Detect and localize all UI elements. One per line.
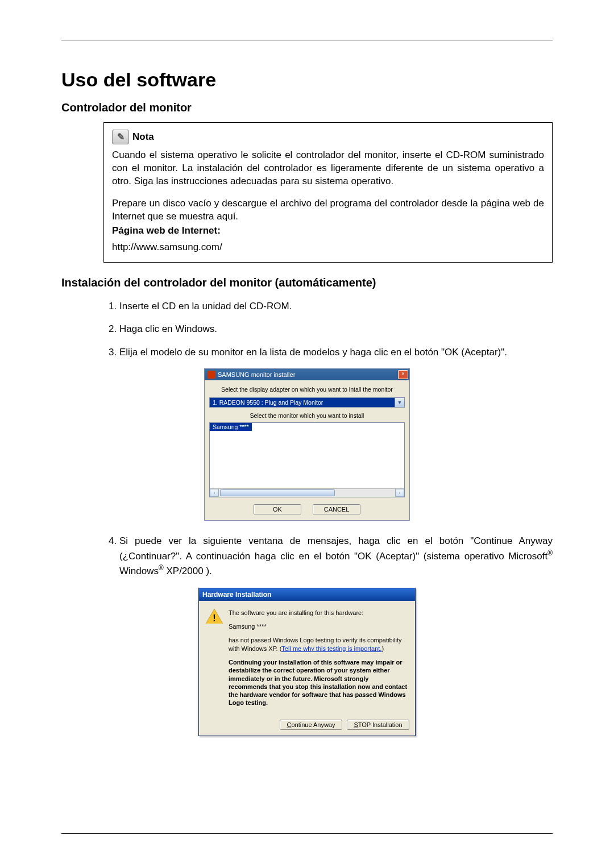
step-4: Si puede ver la siguiente ventana de men… <box>119 534 553 578</box>
app-icon <box>208 371 215 379</box>
note-website-label: Página web de Internet: <box>112 225 544 238</box>
ok-button[interactable]: OK <box>254 504 301 514</box>
page-title: Uso del software <box>61 69 553 91</box>
continue-anyway-button[interactable]: Continue Anyway <box>280 720 342 730</box>
close-button[interactable]: × <box>398 370 408 379</box>
dialog-titlebar: Hardware Installation <box>199 588 415 601</box>
adapter-label: Select the display adapter on which you … <box>209 386 405 393</box>
step-1: Inserte el CD en la unidad del CD-ROM. <box>119 300 553 314</box>
monitor-listbox[interactable]: Samsung **** ‹ › <box>209 422 405 497</box>
scroll-thumb[interactable] <box>220 489 335 496</box>
step-2: Haga clic en Windows. <box>119 322 553 337</box>
stop-installation-button[interactable]: STOP Installation <box>347 720 409 730</box>
note-label: Nota <box>132 131 154 144</box>
hardware-installation-dialog: Hardware Installation ! The software you… <box>198 588 416 736</box>
samsung-installer-dialog: SAMSUNG monitor installer × Select the d… <box>204 368 410 521</box>
note-url: http://www.samsung.com/ <box>112 241 544 254</box>
message-warning-block: Continuing your installation of this sof… <box>229 658 408 707</box>
step-3: Elija el modelo de su monitor en la list… <box>119 346 553 360</box>
dialog-title-text: SAMSUNG monitor installer <box>218 371 295 378</box>
message-line-1: The software you are installing for this… <box>229 609 408 617</box>
chevron-down-icon[interactable]: ▼ <box>395 397 405 408</box>
install-steps-cont: Si puede ver la siguiente ventana de men… <box>103 534 553 578</box>
horizontal-scrollbar[interactable]: ‹ › <box>210 488 404 497</box>
scroll-left-icon[interactable]: ‹ <box>210 489 219 497</box>
message-hardware-name: Samsung **** <box>229 622 408 630</box>
section-auto-install-title: Instalación del controlador del monitor … <box>61 276 553 289</box>
note-paragraph-1: Cuando el sistema operativo le solicite … <box>112 149 544 188</box>
adapter-combobox[interactable]: 1. RADEON 9550 : Plug and Play Monitor ▼ <box>209 397 405 408</box>
dialog-titlebar: SAMSUNG monitor installer × <box>205 369 409 380</box>
section-driver-title: Controlador del monitor <box>61 101 553 114</box>
scroll-right-icon[interactable]: › <box>395 489 404 497</box>
note-box: ✎ Nota Cuando el sistema operativo le so… <box>103 122 553 263</box>
monitor-list-item[interactable]: Samsung **** <box>210 423 252 431</box>
cancel-button[interactable]: CANCEL <box>313 504 360 514</box>
dialog-message: The software you are installing for this… <box>229 609 408 713</box>
monitor-label: Select the monitor which you want to ins… <box>209 412 405 419</box>
top-rule <box>61 40 553 40</box>
note-paragraph-2: Prepare un disco vacío y descargue el ar… <box>112 197 544 223</box>
why-testing-link[interactable]: Tell me why this testing is important. <box>281 645 381 652</box>
bottom-rule <box>61 833 553 834</box>
warning-icon: ! <box>206 609 223 625</box>
message-line-2: has not passed Windows Logo testing to v… <box>229 636 408 653</box>
note-icon: ✎ <box>112 130 129 144</box>
adapter-combobox-value: 1. RADEON 9550 : Plug and Play Monitor <box>209 397 395 408</box>
install-steps: Inserte el CD en la unidad del CD-ROM. H… <box>103 300 553 360</box>
